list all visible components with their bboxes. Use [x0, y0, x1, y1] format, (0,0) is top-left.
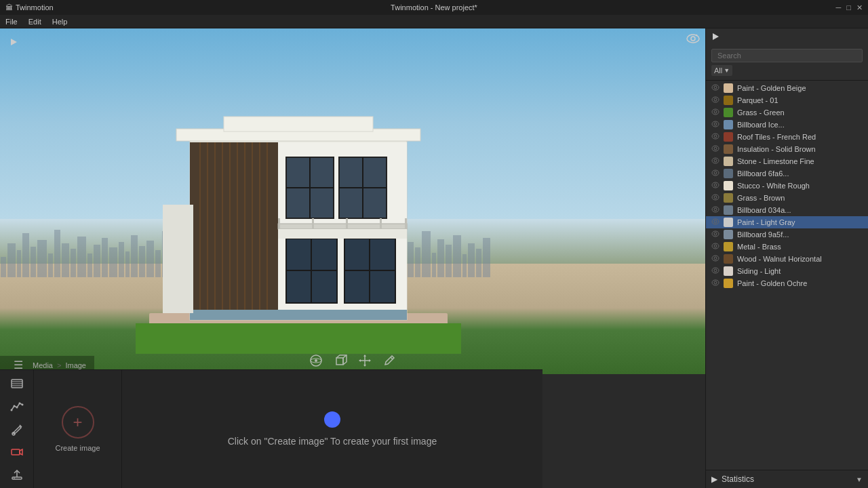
material-row[interactable]: Parquet - 01: [706, 94, 868, 106]
breadcrumb-image[interactable]: Image: [65, 361, 86, 369]
cube-icon[interactable]: [334, 354, 347, 370]
material-name: Paint - Golden Ochre: [737, 279, 863, 287]
right-panel-play-button[interactable]: [706, 28, 868, 45]
breadcrumb-media[interactable]: Media: [33, 361, 53, 369]
brush-icon[interactable]: [7, 421, 26, 437]
material-row[interactable]: Billboard 6fa6...: [706, 167, 868, 180]
svg-point-95: [714, 220, 717, 223]
material-color-swatch: [724, 169, 733, 178]
stats-sidebar-icon[interactable]: [7, 399, 26, 415]
material-visibility-icon[interactable]: [711, 255, 719, 263]
material-row[interactable]: Billboard 034a...: [706, 204, 868, 216]
maximize-button[interactable]: □: [846, 3, 851, 12]
chevron-down-icon: ▼: [724, 67, 730, 74]
material-visibility-icon[interactable]: [711, 230, 719, 239]
material-visibility-icon[interactable]: [711, 267, 719, 275]
camera-icon[interactable]: [686, 34, 700, 45]
material-row[interactable]: Grass - Brown: [706, 192, 868, 204]
svg-point-79: [714, 123, 717, 125]
svg-point-100: [712, 256, 719, 261]
svg-point-62: [18, 403, 20, 405]
svg-point-85: [714, 159, 717, 162]
svg-point-101: [714, 257, 717, 260]
svg-marker-71: [713, 33, 719, 40]
close-button[interactable]: ✕: [856, 3, 863, 12]
paint-icon[interactable]: [382, 354, 396, 370]
material-color-swatch: [724, 230, 733, 239]
svg-point-59: [10, 409, 12, 411]
material-row[interactable]: Stucco - White Rough: [706, 180, 868, 192]
material-row[interactable]: Paint - Light Gray: [706, 216, 868, 228]
material-visibility-icon[interactable]: [711, 206, 719, 214]
svg-point-86: [712, 170, 719, 176]
material-color-swatch: [724, 205, 733, 215]
images-icon[interactable]: [7, 375, 26, 392]
material-visibility-icon[interactable]: [711, 182, 719, 190]
material-visibility-icon[interactable]: [711, 108, 719, 117]
material-color-swatch: [724, 157, 733, 166]
materials-list: Paint - Golden Beige Parquet - 01 Grass …: [706, 81, 868, 470]
viewport-canvas[interactable]: ☰ Media > Image: [0, 28, 705, 374]
menu-file[interactable]: File: [5, 18, 18, 26]
material-color-swatch: [724, 144, 733, 154]
material-row[interactable]: Grass - Green: [706, 106, 868, 119]
material-color-swatch: [724, 108, 733, 117]
export-icon[interactable]: [7, 466, 26, 483]
create-image-area[interactable]: + Create image: [34, 370, 122, 488]
material-visibility-icon[interactable]: [711, 243, 719, 251]
material-visibility-icon[interactable]: [711, 133, 719, 141]
statistics-section[interactable]: ▶ Statistics ▼: [706, 470, 868, 488]
orbit-icon[interactable]: [309, 354, 323, 370]
svg-point-73: [714, 86, 717, 89]
play-button[interactable]: [7, 35, 20, 49]
video-icon[interactable]: [7, 444, 26, 460]
svg-point-82: [712, 146, 719, 151]
material-name: Metal - Brass: [737, 243, 863, 251]
svg-point-74: [712, 97, 719, 102]
material-visibility-icon[interactable]: [711, 194, 719, 202]
material-color-swatch: [724, 132, 733, 142]
menu-edit[interactable]: Edit: [28, 18, 41, 26]
svg-point-99: [714, 245, 717, 247]
menu-help[interactable]: Help: [52, 18, 68, 26]
transform-icon[interactable]: [358, 354, 372, 370]
svg-point-87: [714, 171, 717, 174]
material-row[interactable]: Billboard 9a5f...: [706, 228, 868, 241]
material-row[interactable]: Insulation - Solid Brown: [706, 143, 868, 155]
search-section: All ▼: [706, 45, 868, 81]
material-visibility-icon[interactable]: [711, 145, 719, 153]
material-visibility-icon[interactable]: [711, 84, 719, 92]
material-visibility-icon[interactable]: [711, 169, 719, 178]
material-row[interactable]: Wood - Walnut Horizontal: [706, 253, 868, 265]
material-visibility-icon[interactable]: [711, 218, 719, 226]
filter-all-button[interactable]: All ▼: [711, 65, 732, 76]
search-input[interactable]: [711, 49, 863, 62]
app-name-label: Twinmotion: [16, 3, 54, 12]
svg-point-61: [16, 407, 18, 409]
material-row[interactable]: Billboard Ice...: [706, 119, 868, 131]
statistics-play-icon[interactable]: ▶: [711, 474, 717, 484]
material-row[interactable]: Roof Tiles - French Red: [706, 131, 868, 143]
material-name: Wood - Walnut Horizontal: [737, 255, 863, 263]
material-name: Stone - Limestone Fine: [737, 157, 863, 165]
material-visibility-icon[interactable]: [711, 96, 719, 104]
material-name: Siding - Light: [737, 267, 863, 275]
material-name: Billboard 9a5f...: [737, 230, 863, 239]
svg-rect-66: [12, 449, 20, 455]
filter-label: All: [714, 66, 722, 75]
material-row[interactable]: Paint - Golden Beige: [706, 82, 868, 94]
svg-rect-27: [380, 218, 382, 230]
material-row[interactable]: Metal - Brass: [706, 241, 868, 253]
material-row[interactable]: Siding - Light: [706, 265, 868, 277]
minimize-button[interactable]: ─: [836, 3, 842, 12]
svg-rect-5: [190, 142, 278, 313]
material-name: Billboard 6fa6...: [737, 169, 863, 178]
svg-marker-50: [363, 354, 366, 357]
statistics-chevron-icon[interactable]: ▼: [856, 476, 863, 483]
material-visibility-icon[interactable]: [711, 121, 719, 129]
title-bar: 🏛 Twinmotion Twinmotion - New project* ─…: [0, 0, 868, 15]
material-visibility-icon[interactable]: [711, 157, 719, 165]
material-visibility-icon[interactable]: [711, 279, 719, 287]
material-row[interactable]: Paint - Golden Ochre: [706, 277, 868, 289]
material-row[interactable]: Stone - Limestone Fine: [706, 155, 868, 167]
